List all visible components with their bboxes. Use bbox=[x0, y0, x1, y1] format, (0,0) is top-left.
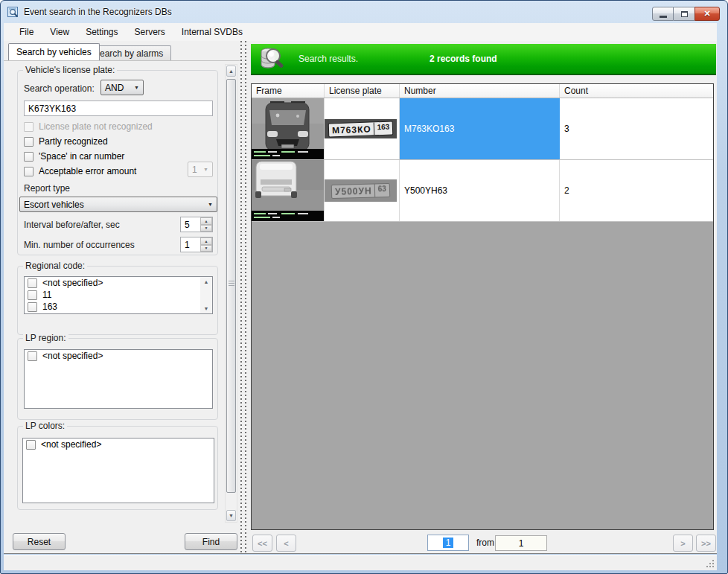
checkbox-box bbox=[28, 302, 37, 312]
checkbox-box bbox=[28, 278, 37, 288]
lp-colors-group: LP colors: <not specified> bbox=[17, 426, 218, 510]
chevron-down-icon: ▼ bbox=[204, 202, 217, 207]
list-item-not-specified[interactable]: <not specified> bbox=[25, 277, 212, 289]
table-row[interactable]: М763КО 163 M763KO163 3 bbox=[252, 98, 713, 160]
chevron-down-icon: ▼ bbox=[130, 85, 143, 90]
list-item-label: <not specified> bbox=[41, 439, 101, 450]
minimize-button[interactable] bbox=[652, 7, 674, 21]
regional-code-group: Regional code: <not specified> 11 163 bbox=[17, 266, 218, 335]
total-pages-field[interactable]: 1 bbox=[495, 535, 547, 551]
interval-spinner[interactable]: 5 ▲ ▼ bbox=[180, 217, 213, 232]
resize-grip[interactable] bbox=[706, 559, 715, 569]
report-type-label: Report type bbox=[24, 183, 70, 194]
spinner-down-icon[interactable]: ▼ bbox=[200, 245, 212, 252]
plate-text: У500УН bbox=[332, 184, 374, 197]
min-occurrences-spinner[interactable]: 1 ▲ ▼ bbox=[180, 237, 213, 252]
last-page-button[interactable]: >> bbox=[696, 535, 716, 552]
menu-servers[interactable]: Servers bbox=[127, 25, 173, 39]
scrollbar-thumb[interactable] bbox=[226, 79, 236, 493]
scroll-down-icon[interactable]: ▼ bbox=[204, 304, 209, 313]
checkbox-error-amount[interactable]: Acceptable error amount bbox=[24, 166, 136, 176]
column-header-count[interactable]: Count bbox=[560, 84, 713, 98]
search-operation-value: AND bbox=[101, 83, 130, 93]
list-item-11[interactable]: 11 bbox=[25, 289, 212, 301]
panel-splitter[interactable] bbox=[240, 41, 247, 553]
titlebar[interactable]: Event search in the Recognizers DBs ✕ bbox=[1, 1, 727, 23]
report-type-value: Escort vehicles bbox=[20, 200, 204, 210]
table-header: Frame License plate Number Count bbox=[252, 84, 713, 98]
interval-value: 5 bbox=[181, 217, 200, 232]
count-cell[interactable]: 3 bbox=[560, 98, 713, 159]
list-item-label: 11 bbox=[42, 290, 51, 300]
banner-label: Search results. bbox=[298, 54, 358, 64]
banner-record-count: 2 records found bbox=[430, 54, 497, 64]
splitter-dots bbox=[240, 41, 242, 553]
menu-view[interactable]: View bbox=[42, 25, 77, 39]
plate-image-cell[interactable]: У500УН 63 bbox=[325, 160, 400, 221]
regional-code-list: <not specified> 11 163 ▲ ▼ bbox=[24, 276, 213, 314]
list-item-163[interactable]: 163 bbox=[25, 301, 212, 313]
min-occurrences-label: Min. number of occurrences bbox=[24, 240, 135, 250]
plate-number-input[interactable]: K673YK163 bbox=[24, 101, 213, 116]
list-item-label: <not specified> bbox=[42, 351, 103, 361]
license-plate-photo: У500УН 63 bbox=[325, 179, 397, 202]
error-amount-combobox[interactable]: 1 ▼ bbox=[188, 162, 213, 177]
column-header-frame[interactable]: Frame bbox=[252, 84, 325, 98]
find-button[interactable]: Find bbox=[185, 533, 237, 550]
column-header-license-plate[interactable]: License plate bbox=[325, 84, 400, 98]
vehicle-frame-photo bbox=[252, 98, 324, 159]
minimize-icon bbox=[660, 16, 667, 18]
menu-file[interactable]: File bbox=[11, 25, 42, 39]
number-cell-selected[interactable]: M763KO163 bbox=[400, 98, 560, 159]
count-cell[interactable]: 2 bbox=[560, 160, 713, 221]
list-scrollbar[interactable]: ▲ ▼ bbox=[200, 277, 212, 313]
prev-page-button[interactable]: < bbox=[276, 535, 296, 552]
reset-button[interactable]: Reset bbox=[13, 533, 66, 550]
results-panel: Search results. 2 records found Frame Li… bbox=[247, 41, 717, 553]
checkbox-not-recognized[interactable]: License plate not recognized bbox=[24, 121, 153, 132]
plate-image-cell[interactable]: М763КО 163 bbox=[325, 98, 400, 159]
close-button[interactable]: ✕ bbox=[695, 7, 720, 21]
lp-region-group: LP region: <not specified> bbox=[17, 338, 218, 420]
checkbox-partly-recognized[interactable]: Partly recognized bbox=[24, 136, 108, 147]
search-operation-combobox[interactable]: AND ▼ bbox=[100, 80, 144, 95]
plate-number-value: K673YK163 bbox=[28, 103, 76, 114]
list-item-not-specified[interactable]: <not specified> bbox=[25, 350, 212, 362]
page-number-input[interactable]: 1 bbox=[427, 535, 469, 551]
license-plate-group: Vehicle's license plate: Search operatio… bbox=[17, 70, 218, 255]
spinner-down-icon[interactable]: ▼ bbox=[200, 225, 212, 232]
scroll-up-icon[interactable]: ▲ bbox=[204, 277, 209, 287]
scrollbar-grip bbox=[229, 281, 234, 287]
checkbox-label: License plate not recognized bbox=[39, 121, 153, 132]
menu-internal-svdbs[interactable]: Internal SVDBs bbox=[173, 25, 251, 39]
next-page-button[interactable]: > bbox=[673, 535, 693, 552]
spinner-up-icon[interactable]: ▲ bbox=[200, 217, 212, 225]
status-bar bbox=[4, 555, 717, 570]
maximize-button[interactable] bbox=[674, 7, 695, 21]
panel-scrollbar[interactable]: ▲ ▼ bbox=[225, 64, 237, 523]
lp-region-list: <not specified> bbox=[24, 349, 213, 409]
plate-text: М763КО bbox=[329, 122, 374, 136]
report-type-combobox[interactable]: Escort vehicles ▼ bbox=[19, 197, 217, 212]
tab-search-by-vehicles[interactable]: Search by vehicles bbox=[8, 43, 100, 60]
list-item-not-specified[interactable]: <not specified> bbox=[23, 439, 214, 450]
frame-cell[interactable] bbox=[252, 160, 325, 221]
number-cell[interactable]: Y500YH63 bbox=[400, 160, 560, 221]
client-area: Search by vehicles Search by alarms Vehi… bbox=[4, 41, 717, 554]
lp-region-title: LP region: bbox=[23, 333, 68, 343]
license-plate-photo: М763КО 163 bbox=[325, 119, 397, 138]
checkbox-label: Partly recognized bbox=[39, 136, 108, 147]
scroll-down-icon[interactable]: ▼ bbox=[226, 510, 236, 521]
menu-settings[interactable]: Settings bbox=[77, 25, 126, 39]
list-item-label: 163 bbox=[42, 302, 57, 312]
frame-cell[interactable] bbox=[252, 98, 325, 159]
spinner-up-icon[interactable]: ▲ bbox=[200, 237, 212, 245]
table-row[interactable]: У500УН 63 Y500YH63 2 bbox=[252, 160, 713, 222]
checkbox-box bbox=[28, 290, 37, 300]
first-page-button[interactable]: << bbox=[252, 535, 272, 552]
column-header-number[interactable]: Number bbox=[400, 84, 560, 98]
chevron-down-icon: ▼ bbox=[199, 167, 212, 172]
checkbox-space-in-number[interactable]: 'Space' in car number bbox=[24, 151, 124, 162]
database-search-icon bbox=[258, 45, 287, 72]
scroll-up-icon[interactable]: ▲ bbox=[226, 66, 236, 77]
